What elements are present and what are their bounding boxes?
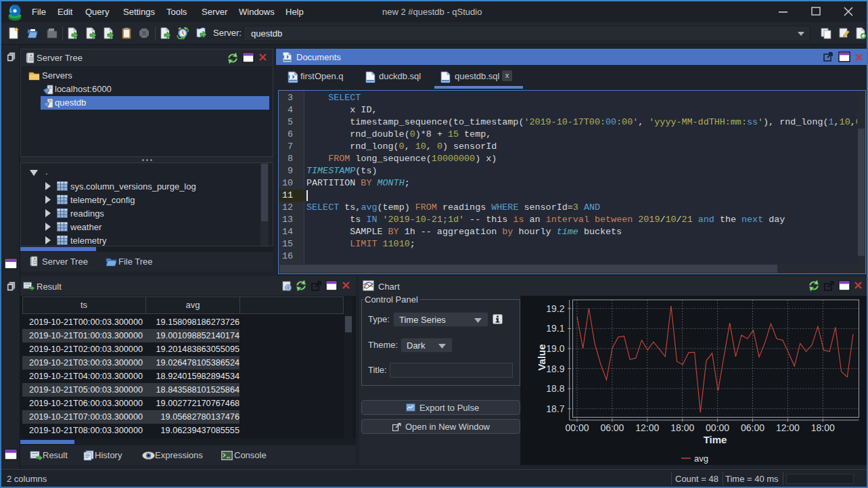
svg-text:00:00: 00:00: [565, 422, 589, 433]
svg-text:06:00: 06:00: [741, 422, 764, 433]
svg-text:avg: avg: [694, 453, 708, 464]
svg-text:18.8: 18.8: [546, 383, 564, 394]
svg-text:Value: Value: [536, 344, 547, 370]
svg-text:Time: Time: [704, 434, 727, 445]
svg-text:19.0: 19.0: [546, 343, 564, 354]
svg-text:12:00: 12:00: [635, 422, 659, 433]
svg-text:19.2: 19.2: [546, 303, 564, 314]
svg-text:18.7: 18.7: [546, 403, 564, 414]
svg-text:12:00: 12:00: [776, 422, 800, 433]
svg-text:06:00: 06:00: [600, 422, 624, 433]
svg-text:00:00: 00:00: [706, 422, 729, 433]
svg-text:18:00: 18:00: [811, 422, 835, 433]
svg-text:18:00: 18:00: [670, 422, 694, 433]
svg-text:18.9: 18.9: [546, 363, 564, 374]
svg-text:19.1: 19.1: [546, 323, 564, 334]
